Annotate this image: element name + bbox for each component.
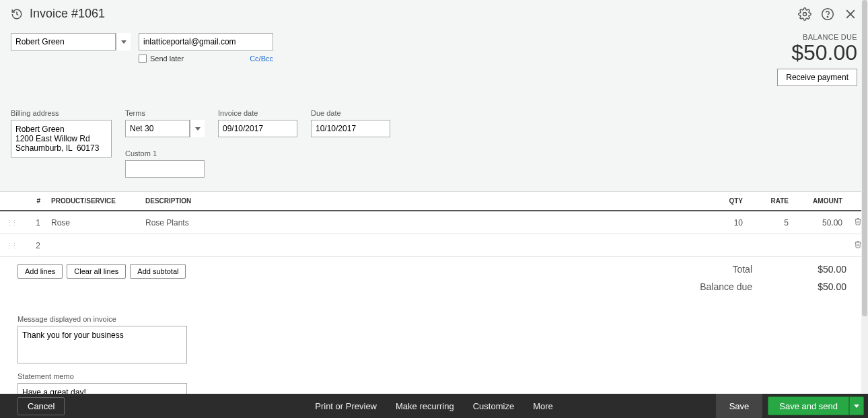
more-link[interactable]: More bbox=[533, 401, 553, 411]
svg-point-1 bbox=[822, 8, 834, 20]
line-rate[interactable] bbox=[748, 234, 794, 257]
svg-point-0 bbox=[803, 12, 807, 15]
line-rate[interactable]: 5 bbox=[748, 211, 794, 234]
history-icon[interactable] bbox=[11, 8, 23, 20]
terms-label: Terms bbox=[125, 109, 205, 117]
billing-address-label: Billing address bbox=[11, 109, 112, 117]
invoice-message-label: Message displayed on invoice bbox=[17, 315, 851, 323]
line-product[interactable] bbox=[46, 234, 140, 257]
table-row[interactable]: 2 bbox=[0, 234, 868, 257]
customer-select-caret[interactable] bbox=[116, 33, 131, 50]
line-qty[interactable] bbox=[702, 234, 748, 257]
close-icon[interactable] bbox=[844, 7, 857, 21]
statement-memo-label: Statement memo bbox=[17, 372, 851, 380]
line-amount[interactable] bbox=[794, 234, 848, 257]
gear-icon[interactable] bbox=[798, 7, 811, 21]
col-rate-header: RATE bbox=[748, 192, 794, 211]
invoice-date-field[interactable] bbox=[218, 120, 297, 137]
terms-select[interactable] bbox=[125, 120, 190, 137]
invoice-message-field[interactable] bbox=[17, 326, 187, 363]
line-description[interactable] bbox=[140, 234, 702, 257]
col-qty-header: QTY bbox=[702, 192, 748, 211]
customize-link[interactable]: Customize bbox=[473, 401, 514, 411]
line-num: 1 bbox=[22, 211, 46, 234]
send-later-label: Send later bbox=[150, 55, 184, 63]
make-recurring-link[interactable]: Make recurring bbox=[396, 401, 454, 411]
save-and-send-button[interactable]: Save and send bbox=[768, 396, 849, 415]
line-description[interactable]: Rose Plants bbox=[140, 211, 702, 234]
line-product[interactable]: Rose bbox=[46, 211, 140, 234]
balance-due-amount: $50.00 bbox=[777, 41, 857, 65]
ccbcc-link[interactable]: Cc/Bcc bbox=[250, 55, 273, 63]
custom1-field[interactable] bbox=[125, 160, 205, 178]
print-preview-link[interactable]: Print or Preview bbox=[315, 401, 377, 411]
line-qty[interactable]: 10 bbox=[702, 211, 748, 234]
help-icon[interactable] bbox=[821, 7, 834, 21]
clear-all-lines-button[interactable]: Clear all lines bbox=[67, 264, 126, 279]
drag-handle-icon[interactable] bbox=[5, 218, 16, 228]
add-lines-button[interactable]: Add lines bbox=[17, 264, 63, 279]
invoice-date-label: Invoice date bbox=[218, 109, 297, 117]
send-later-checkbox[interactable] bbox=[139, 55, 147, 63]
total-label: Total bbox=[732, 264, 752, 275]
svg-point-2 bbox=[827, 16, 828, 17]
table-row[interactable]: 1 Rose Rose Plants 10 5 50.00 bbox=[0, 211, 868, 234]
drag-handle-icon[interactable] bbox=[5, 241, 16, 250]
footer-bar: Cancel Print or Preview Make recurring C… bbox=[0, 394, 868, 418]
col-product-header: PRODUCT/SERVICE bbox=[46, 192, 140, 211]
save-and-send-caret[interactable] bbox=[849, 396, 864, 415]
email-field[interactable] bbox=[139, 33, 273, 50]
col-description-header: DESCRIPTION bbox=[140, 192, 702, 211]
line-items-table: # PRODUCT/SERVICE DESCRIPTION QTY RATE A… bbox=[0, 192, 868, 257]
page-title: Invoice #1061 bbox=[30, 7, 105, 21]
terms-select-caret[interactable] bbox=[190, 120, 205, 137]
scrollbar[interactable] bbox=[861, 0, 868, 394]
line-amount[interactable]: 50.00 bbox=[794, 211, 848, 234]
custom1-label: Custom 1 bbox=[125, 149, 205, 158]
receive-payment-button[interactable]: Receive payment bbox=[777, 69, 857, 86]
balance-due-label: Balance due bbox=[700, 281, 752, 292]
col-amount-header: AMOUNT bbox=[794, 192, 848, 211]
scrollbar-thumb[interactable] bbox=[862, 0, 867, 316]
total-value: $50.00 bbox=[793, 264, 846, 275]
cancel-button[interactable]: Cancel bbox=[17, 397, 65, 415]
due-date-field[interactable] bbox=[311, 120, 390, 137]
billing-address-field[interactable] bbox=[11, 120, 112, 158]
save-button[interactable]: Save bbox=[716, 394, 763, 418]
customer-select[interactable] bbox=[11, 33, 116, 50]
balance-due-value: $50.00 bbox=[793, 281, 846, 292]
due-date-label: Due date bbox=[311, 109, 390, 117]
col-num-header: # bbox=[22, 192, 46, 211]
line-num: 2 bbox=[22, 234, 46, 257]
add-subtotal-button[interactable]: Add subtotal bbox=[130, 264, 186, 279]
